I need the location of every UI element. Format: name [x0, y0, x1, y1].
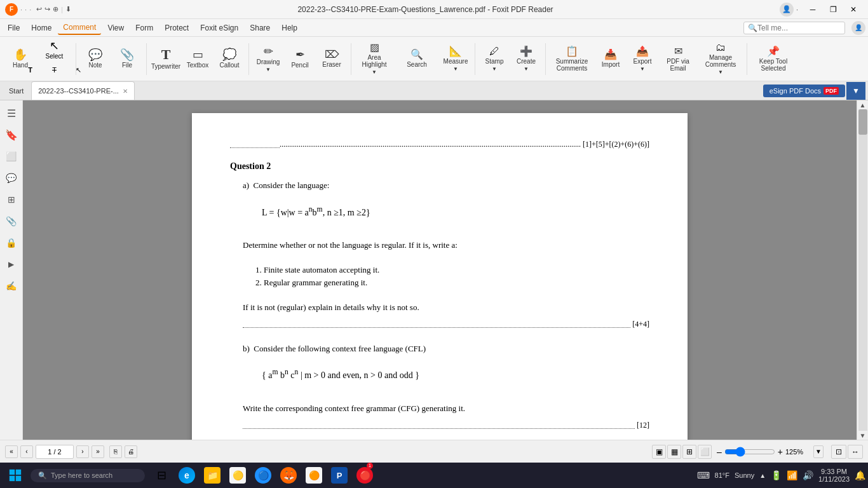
- export-dropdown[interactable]: ▼: [640, 66, 645, 72]
- sidebar-bookmark-icon[interactable]: 🔖: [1, 125, 22, 145]
- measure-tool-button[interactable]: 📐 Measure ▼: [440, 41, 471, 78]
- sidebar-lock-icon[interactable]: 🔒: [1, 233, 22, 253]
- scrollbar-track[interactable]: [858, 109, 867, 431]
- search-highlight-button[interactable]: 🔍 Search: [395, 41, 439, 78]
- sidebar-thumbnail-icon[interactable]: ⬜: [1, 146, 22, 166]
- sidebar-nav-icon[interactable]: ☰: [1, 103, 22, 123]
- keyboard-icon[interactable]: ⌨: [697, 470, 710, 480]
- tab-start[interactable]: Start: [3, 81, 30, 100]
- menu-search-box[interactable]: 🔍: [743, 22, 845, 34]
- scroll-down-button[interactable]: ▼: [858, 431, 867, 440]
- pdf-email-button[interactable]: ✉ PDF via Email: [659, 41, 697, 78]
- select-icon[interactable]: ↖: [50, 39, 59, 53]
- menu-protect[interactable]: Protect: [159, 22, 194, 34]
- stamp-dropdown[interactable]: ▼: [492, 66, 497, 72]
- last-page-button[interactable]: »: [92, 445, 104, 458]
- top-marks-line: ........................................…: [230, 139, 649, 150]
- sidebar-layers-icon[interactable]: ⊞: [1, 189, 22, 210]
- pencil-tool-button[interactable]: ✒ Pencil: [285, 41, 315, 78]
- menu-share[interactable]: Share: [245, 22, 275, 34]
- taskbar-app-2[interactable]: 🔵: [252, 464, 275, 487]
- area-highlight-button[interactable]: ▨ Area Highlight ▼: [355, 41, 393, 78]
- print-button[interactable]: 🖨: [125, 445, 137, 458]
- zoom-minus-button[interactable]: –: [717, 447, 722, 457]
- menu-search-input[interactable]: [757, 24, 834, 32]
- menu-comment[interactable]: Comment: [58, 21, 101, 35]
- manage-comments-dropdown[interactable]: ▼: [718, 69, 723, 75]
- menu-foxiteSign[interactable]: Foxit eSign: [195, 22, 243, 34]
- single-page-view-button[interactable]: ▣: [652, 445, 666, 459]
- callout-tool-button[interactable]: 💭 Callout: [214, 41, 245, 78]
- keep-tool-selected-button[interactable]: 📌 Keep Tool Selected: [751, 41, 796, 78]
- notification-icon[interactable]: 🔔: [855, 470, 865, 480]
- esign-expand-button[interactable]: ▼: [846, 82, 865, 100]
- file-tool-button[interactable]: 📎 File: [112, 41, 142, 78]
- zoom-dropdown-button[interactable]: ▼: [813, 445, 824, 458]
- window-controls[interactable]: ─ ❐ ✕: [803, 1, 863, 18]
- note-tool-button[interactable]: 💬 Note: [80, 41, 111, 78]
- eraser-tool-button[interactable]: ⌦ Eraser: [316, 41, 347, 78]
- scroll-up-button[interactable]: ▲: [858, 100, 867, 109]
- taskbar-app-firefox[interactable]: 🦊: [277, 464, 300, 487]
- clock-display[interactable]: 9:33 PM 1/11/2023: [818, 468, 850, 483]
- page-number-input[interactable]: [36, 445, 74, 459]
- export-tool-button[interactable]: 📤 Export ▼: [627, 41, 658, 78]
- first-page-button[interactable]: «: [5, 445, 18, 458]
- taskbar-app-4[interactable]: P: [328, 464, 351, 487]
- volume-icon[interactable]: 🔊: [803, 470, 813, 480]
- zoom-plus-button[interactable]: +: [778, 447, 783, 457]
- close-button[interactable]: ✕: [844, 1, 863, 18]
- menu-home[interactable]: Home: [26, 22, 57, 34]
- taskbar-search-box[interactable]: 🔍 Type here to search: [31, 469, 145, 482]
- sidebar-collapse-button[interactable]: ▶: [1, 254, 22, 274]
- tab-document[interactable]: 2022-23--CS3410-PRE-... ✕: [31, 81, 135, 100]
- menu-form[interactable]: Form: [130, 22, 158, 34]
- select-sub-text[interactable]: T: [43, 61, 66, 79]
- summarize-comments-button[interactable]: 📋 Summarize Comments: [550, 41, 594, 78]
- double-page-view-button[interactable]: ▦: [667, 445, 681, 459]
- spread-view-button[interactable]: ⬜: [698, 445, 712, 459]
- esign-button[interactable]: eSign PDF Docs PDF: [763, 85, 845, 97]
- next-page-button[interactable]: ›: [76, 445, 89, 458]
- stamp-tool-button[interactable]: 🖊 Stamp ▼: [479, 41, 510, 78]
- area-highlight-dropdown[interactable]: ▼: [372, 69, 377, 75]
- import-tool-button[interactable]: 📥 Import: [595, 41, 626, 78]
- sidebar-comment-icon[interactable]: 💬: [1, 168, 22, 188]
- tab-close-button[interactable]: ✕: [123, 88, 128, 95]
- restore-button[interactable]: ❐: [824, 1, 843, 18]
- zoom-slider[interactable]: [724, 447, 775, 457]
- stamp-label: Stamp: [485, 58, 504, 65]
- taskbar-app-edge[interactable]: e: [175, 464, 198, 487]
- menu-view[interactable]: View: [102, 22, 129, 34]
- minimize-button[interactable]: ─: [803, 1, 822, 18]
- drawing-dropdown[interactable]: ▼: [266, 67, 271, 72]
- export-label: Export: [634, 58, 652, 65]
- drawing-tool-button[interactable]: ✏ Drawing ▼: [253, 41, 283, 78]
- create-tool-button[interactable]: ➕ Create ▼: [511, 41, 541, 78]
- sidebar-attachment-icon[interactable]: 📎: [1, 211, 22, 231]
- fit-width-button[interactable]: ↔: [848, 445, 863, 459]
- create-dropdown[interactable]: ▼: [524, 66, 529, 72]
- fit-page-button[interactable]: ⊡: [831, 445, 846, 459]
- account-icon[interactable]: 👤: [851, 21, 865, 35]
- up-arrow-icon[interactable]: ▲: [759, 472, 766, 479]
- taskbar-app-1[interactable]: 🟡: [226, 464, 249, 487]
- taskbar-app-3[interactable]: 🟠: [302, 464, 325, 487]
- pdf-viewer[interactable]: ........................................…: [23, 100, 857, 440]
- select-sub-T[interactable]: T: [19, 61, 42, 79]
- scrollbar-thumb[interactable]: [858, 109, 867, 135]
- manage-comments-button[interactable]: 🗂 Manage Comments ▼: [698, 41, 743, 78]
- sidebar-sign-icon[interactable]: ✍: [1, 276, 22, 296]
- menu-file[interactable]: File: [3, 22, 25, 34]
- menu-help[interactable]: Help: [276, 22, 302, 34]
- save-copy-button[interactable]: ⎘: [109, 445, 122, 458]
- scroll-view-button[interactable]: ⊞: [682, 445, 696, 459]
- taskview-button[interactable]: ⊟: [150, 464, 173, 487]
- taskbar-app-explorer[interactable]: 📁: [201, 464, 224, 487]
- taskbar-app-5[interactable]: 🔴 1: [353, 464, 376, 487]
- prev-page-button[interactable]: ‹: [20, 445, 33, 458]
- start-button[interactable]: [3, 464, 28, 487]
- textbox-tool-button[interactable]: ▭ Textbox: [182, 41, 213, 78]
- measure-dropdown[interactable]: ▼: [453, 66, 458, 72]
- typewriter-tool-button[interactable]: T Typewriter: [151, 41, 181, 78]
